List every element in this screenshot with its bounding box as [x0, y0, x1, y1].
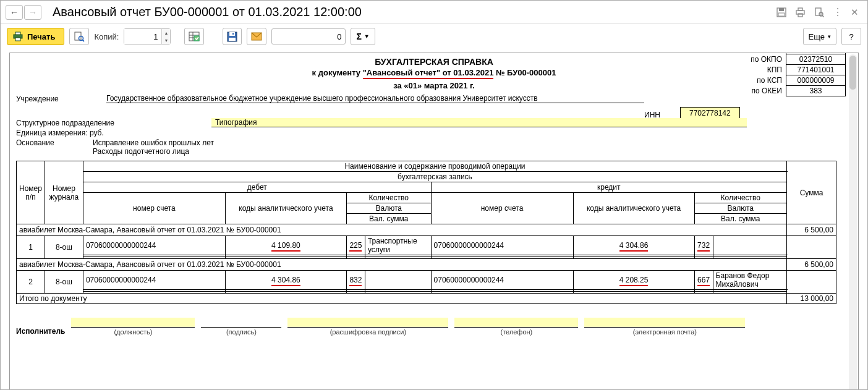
svg-rect-1 [779, 8, 784, 11]
sigma-button[interactable]: Σ ▼ [351, 28, 375, 45]
svg-line-8 [822, 15, 824, 17]
nav-forward-button[interactable]: → [24, 5, 41, 20]
save-icon[interactable] [777, 7, 786, 17]
svg-rect-23 [232, 33, 234, 35]
basis-value-1: Исправление ошибок прошлых лет [93, 138, 214, 147]
window-title: Авансовый отчет БУ00-000001 от 01.03.202… [53, 5, 777, 19]
signature-caption: Исполнитель [16, 327, 65, 336]
chevron-down-icon: ▼ [364, 33, 370, 40]
table-settings-button[interactable] [184, 28, 204, 45]
basis-value-2: Расходы подотчетного лица [93, 147, 189, 156]
table-group-header: авиабилет Москва-Самара, Авансовый отчет… [17, 259, 836, 271]
entries-table: Номер п/п Номер журнала Наименование и с… [16, 161, 836, 304]
preview-icon[interactable] [814, 7, 824, 17]
close-icon[interactable]: ✕ [851, 7, 859, 18]
svg-rect-11 [15, 38, 20, 41]
svg-rect-10 [15, 32, 20, 35]
table-group-header: авиабилет Москва-Самара, Авансовый отчет… [17, 224, 836, 236]
copies-stepper[interactable]: ▲▼ [124, 28, 171, 45]
stepper-up[interactable]: ▲ [162, 29, 170, 36]
table-row: 2 8-ош 07060000000000244 4 304.86 832 07… [17, 271, 836, 290]
unit-label: Единица измерения: руб. [16, 129, 104, 137]
svg-rect-4 [798, 8, 802, 11]
svg-line-14 [83, 40, 85, 41]
institution-label: Учреждение [16, 95, 103, 103]
svg-rect-21 [229, 32, 235, 36]
save-button[interactable] [223, 28, 242, 45]
basis-label: Основание [16, 138, 89, 147]
codes-table: КОДЫ Форма по ОКУД0504833 Дата01.03.2021… [726, 53, 846, 96]
subdivision-label: Структурное подразделение [16, 119, 208, 127]
sum-field[interactable] [271, 28, 346, 45]
print-icon[interactable] [795, 7, 806, 17]
stepper-down[interactable]: ▼ [162, 36, 170, 44]
svg-rect-6 [815, 8, 821, 15]
signature-row: Исполнитель (должность) (подпись) (расши… [16, 318, 852, 336]
preview-button[interactable] [69, 28, 89, 45]
print-button[interactable]: Печать [7, 28, 64, 45]
help-button[interactable]: ? [841, 28, 861, 45]
inn-value: 7702778142 [680, 107, 740, 119]
more-button[interactable]: Еще ▾ [803, 28, 836, 45]
svg-rect-22 [229, 38, 236, 41]
table-row: 1 8-ош 07060000000000244 4 109.80 225 Тр… [17, 236, 836, 255]
institution-value: Государственное образовательное бюджетно… [106, 94, 644, 103]
nav-back-button[interactable]: ← [6, 5, 23, 20]
printer-icon [12, 32, 23, 41]
table-total-row: Итого по документу 13 000,00 [17, 294, 836, 304]
chevron-down-icon: ▾ [828, 33, 831, 40]
copies-input[interactable] [124, 29, 161, 44]
email-button[interactable] [247, 28, 266, 45]
more-icon[interactable]: ⋮ [833, 6, 842, 18]
svg-rect-2 [778, 13, 785, 16]
subdivision-value: Типография [211, 118, 747, 127]
copies-label: Копий: [94, 32, 119, 41]
